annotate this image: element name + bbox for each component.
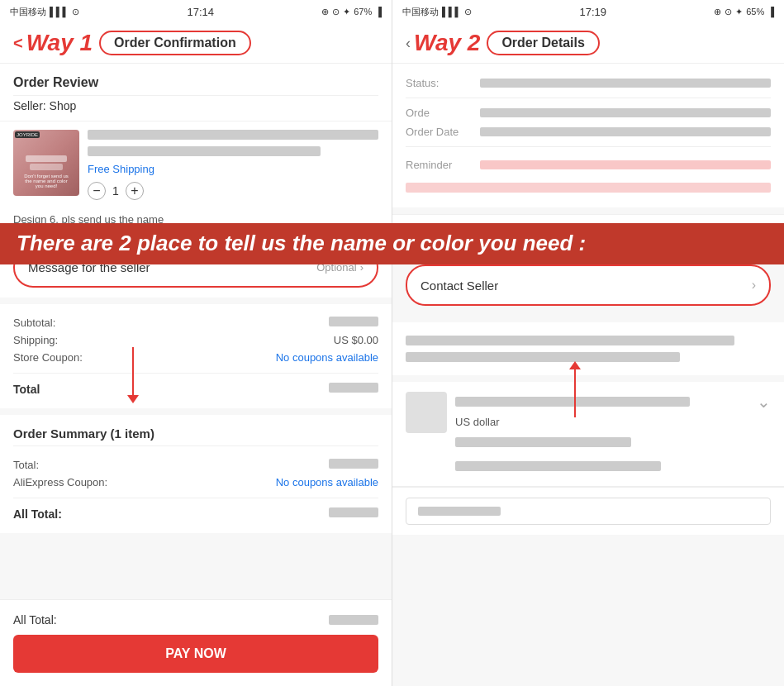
reminder-value-blur [480, 160, 771, 169]
payment-info: US dollar [455, 392, 748, 476]
coupon-label: Store Coupon: [13, 351, 83, 364]
order-summary-section: Order Summary (1 item) Total: AliExpress… [0, 415, 392, 533]
left-arrow-down [132, 347, 134, 397]
left-time: 17:14 [188, 6, 215, 18]
status-value-blur [480, 79, 771, 88]
carrier-text: 中国移动 [10, 6, 46, 18]
right-bluetooth-icon: ✦ [735, 7, 743, 17]
right-wifi-icon: ⊙ [464, 7, 472, 17]
left-battery-area: ⊕ ⊙ ✦ 67% ▐ [321, 7, 382, 17]
reminder-row: Reminder [406, 152, 771, 178]
ali-coupon-value[interactable]: No coupons available [276, 476, 378, 488]
fake-input[interactable] [406, 498, 771, 525]
right-arrow-up [574, 368, 576, 417]
right-way-label: Way 2 [414, 30, 480, 56]
left-nav-header: < Way 1 Order Confirmation [0, 23, 392, 64]
status-row: Status: [406, 74, 771, 93]
right-nav-header: ‹ Way 2 Order Details [392, 23, 784, 64]
all-total-label: All Total: [13, 507, 62, 521]
payment-blur-2 [455, 437, 631, 447]
red-banner: There are 2 place to tell us the name or… [0, 223, 784, 264]
payment-blur-3 [455, 461, 661, 471]
pay-total-row: All Total: [13, 613, 378, 626]
left-panel: 中国移动 ▌▌▌ ⊙ 17:14 ⊕ ⊙ ✦ 67% ▐ < Way 1 Ord… [0, 0, 392, 686]
order-info-section: Status: Orde Order Date Reminder [392, 64, 784, 207]
product-image: JOYRIDE Don't forget send usthe name and… [13, 130, 79, 196]
subtotal-value-blur [329, 317, 378, 326]
all-total-blur [329, 507, 378, 517]
right-battery-area: ⊕ ⊙ ✦ 65% ▐ [714, 7, 774, 17]
qty-increase-btn[interactable]: + [126, 182, 144, 200]
all-total-row: All Total: [13, 505, 378, 523]
left-carrier: 中国移动 ▌▌▌ ⊙ [10, 6, 79, 18]
right-time: 17:19 [580, 6, 607, 18]
order-summary-title: Order Summary (1 item) [0, 415, 392, 445]
product-logo: JOYRIDE [15, 131, 40, 138]
qty-value: 1 [112, 184, 119, 198]
qty-control[interactable]: − 1 + [88, 182, 378, 200]
right-back-icon[interactable]: ‹ [406, 35, 411, 52]
pay-now-button[interactable]: PAY NOW [13, 635, 378, 673]
qty-decrease-btn[interactable]: − [88, 182, 106, 200]
blur-row-2 [406, 352, 680, 362]
order-review-title: Order Review [0, 64, 392, 95]
total-row: Total [13, 380, 378, 398]
contact-seller-label: Contact Seller [421, 279, 498, 293]
battery-icon: ▐ [375, 7, 382, 17]
ali-coupon-row: AliExpress Coupon: No coupons available [13, 474, 378, 491]
input-row [392, 487, 784, 535]
fake-input-value-blur [418, 507, 501, 516]
right-content: Status: Orde Order Date Reminder [392, 64, 784, 686]
order-num-label: Orde [406, 107, 480, 119]
product-payment-row: US dollar ⌄ [392, 382, 784, 487]
product-desc-blur-1 [88, 130, 378, 140]
summary-prices: Total: AliExpress Coupon: No coupons ava… [0, 446, 392, 533]
subtotal-label: Subtotal: [13, 317, 55, 329]
pay-total-label: All Total: [13, 613, 57, 626]
location-icon: ⊕ [321, 7, 329, 17]
contact-seller-container: Contact Seller › [392, 258, 784, 319]
contact-seller-row[interactable]: Contact Seller › [406, 264, 771, 306]
right-arrow-annotation [558, 368, 576, 417]
blurred-rows-section [392, 322, 784, 375]
product-desc-blur-2 [88, 146, 321, 156]
status-label: Status: [406, 77, 480, 89]
dollar-label: US dollar [455, 416, 748, 428]
alarm-icon: ⊙ [332, 7, 340, 17]
right-carrier-text: 中国移动 [402, 6, 439, 18]
order-date-row: Order Date [406, 122, 771, 141]
total-label: Total [13, 383, 40, 396]
left-nav-title: Order Confirmation [99, 31, 251, 55]
right-panel: 中国移动 ▌▌▌ ⊙ 17:19 ⊕ ⊙ ✦ 65% ▐ ‹ Way 2 Ord… [392, 0, 784, 686]
total-value-blur [329, 383, 378, 393]
left-status-bar: 中国移动 ▌▌▌ ⊙ 17:14 ⊕ ⊙ ✦ 67% ▐ [0, 0, 392, 23]
reminder-label: Reminder [406, 159, 480, 171]
right-alarm-icon: ⊙ [725, 7, 732, 17]
left-back-icon[interactable]: < [13, 34, 23, 53]
order-num-blur [480, 108, 771, 117]
contact-chevron-icon: › [752, 278, 756, 293]
summary-total-label: Total: [13, 459, 39, 471]
order-row: Orde [406, 103, 771, 122]
right-battery-icon: ▐ [767, 7, 774, 17]
right-bottom-section: US dollar ⌄ [392, 382, 784, 535]
product-image-inner: JOYRIDE Don't forget send usthe name and… [13, 130, 79, 196]
right-status-bar: 中国移动 ▌▌▌ ⊙ 17:19 ⊕ ⊙ ✦ 65% ▐ [392, 0, 784, 23]
price-section: Subtotal: Shipping: US $0.00 Store Coupo… [0, 304, 392, 408]
shipping-cost-label: Shipping: [13, 334, 58, 346]
signal-icon: ▌▌▌ [50, 7, 69, 17]
right-carrier: 中国移动 ▌▌▌ ⊙ [402, 6, 472, 18]
summary-total-blur [329, 459, 378, 469]
small-product-img [406, 392, 447, 433]
order-review-section: Order Review Seller: Shop JOYRIDE Don't … [0, 64, 392, 231]
bluetooth-icon: ✦ [343, 7, 350, 17]
dropdown-chevron-icon[interactable]: ⌄ [757, 392, 771, 476]
coupon-value[interactable]: No coupons available [276, 351, 378, 364]
pay-section: All Total: PAY NOW [0, 599, 392, 686]
shipping-cost-value: US $0.00 [334, 334, 378, 346]
wifi-icon: ⊙ [72, 7, 79, 17]
coupon-row: Store Coupon: No coupons available [13, 349, 378, 366]
shipping-label: Free Shipping [88, 163, 378, 175]
ali-coupon-label: AliExpress Coupon: [13, 476, 107, 488]
seller-row: Seller: Shop [0, 96, 392, 121]
